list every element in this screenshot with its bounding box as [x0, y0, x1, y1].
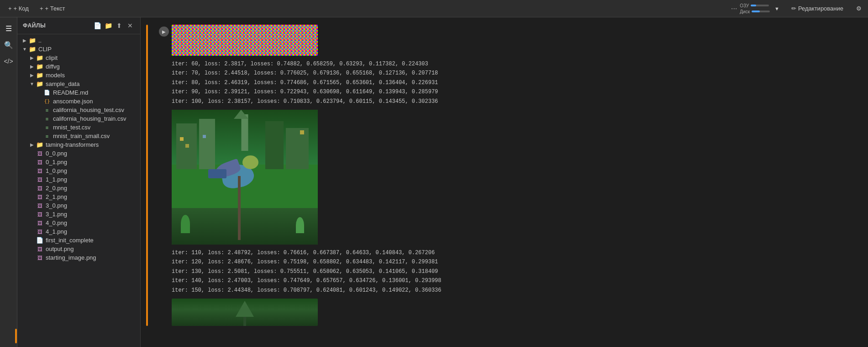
file-label-ca_housing_test: california_housing_test.csv	[53, 107, 140, 113]
tree-item-f_4_0[interactable]: 🖼 4_0.png	[17, 219, 140, 227]
tree-item-f_3_0[interactable]: 🖼 3_0.png	[17, 201, 140, 210]
tree-item-f_0_1[interactable]: 🖼 0_1.png	[17, 158, 140, 166]
tree-item-dotdot[interactable]: ▶ 📁 ..	[17, 36, 140, 45]
file-panel: Файлы 📄 📁 ⬆ ✕ ▶ 📁 .. ▼ 📁 CLI	[17, 17, 141, 347]
file-type-icon-mnist_train_small: ≡	[43, 133, 51, 139]
disk-bar	[752, 11, 770, 12]
toolbar-right: ··· ОЗУ Диск ▼ ✏ Редактирование	[731, 3, 864, 14]
resource-dropdown-button[interactable]: ▼	[773, 5, 781, 12]
file-label-CLIP: CLIP	[38, 46, 140, 53]
toolbar-left: + + Код + + Текст	[4, 3, 69, 14]
notebook-scroll[interactable]: ▶ iter: 60, loss: 2.3817, losses: 0.7488…	[141, 17, 868, 347]
notebook-area: ▶ iter: 60, loss: 2.3817, losses: 0.7488…	[141, 17, 868, 347]
ram-bar-fill	[751, 5, 756, 6]
search-sidebar-button[interactable]: 🔍	[1, 37, 16, 52]
add-text-button[interactable]: + + Текст	[35, 3, 70, 14]
tree-item-f_0_0[interactable]: 🖼 0_0.png	[17, 149, 140, 158]
tree-item-models[interactable]: ▶ 📁 models	[17, 71, 140, 80]
folder-arrow-sample_data[interactable]: ▼	[28, 81, 36, 86]
edit-button[interactable]: ✏ Редактирование	[787, 3, 848, 14]
tree-item-ca_housing_test[interactable]: ≡ california_housing_test.csv	[17, 106, 140, 114]
file-label-f_0_0: 0_0.png	[46, 150, 140, 157]
file-label-README_md: README.md	[53, 89, 140, 96]
tree-item-f_4_1[interactable]: 🖼 4_1.png	[17, 227, 140, 236]
folder-arrow-CLIP[interactable]: ▼	[21, 47, 28, 52]
file-type-icon-README_md: 📄	[43, 90, 51, 96]
file-type-icon-ca_housing_train: ≡	[43, 116, 51, 122]
file-label-clipit: clipit	[46, 54, 140, 61]
new-file-button[interactable]: 📄	[93, 21, 102, 30]
close-icon: ✕	[127, 22, 133, 29]
file-label-taming_transformers: taming-transformers	[46, 141, 140, 148]
tree-item-mnist_train_small[interactable]: ≡ mnist_train_small.csv	[17, 132, 140, 140]
file-label-f_4_0: 4_0.png	[46, 219, 140, 226]
cell-run-button[interactable]: ▶	[159, 27, 169, 37]
file-label-sample_data: sample_data	[46, 80, 140, 87]
file-panel-header: Файлы 📄 📁 ⬆ ✕	[17, 17, 140, 34]
folder-arrow-diffvg[interactable]: ▶	[28, 64, 36, 69]
tree-item-f_1_1[interactable]: 🖼 1_1.png	[17, 175, 140, 184]
file-tree: ▶ 📁 .. ▼ 📁 CLIP ▶ 📁 clipit ▶ 📁 diffvg ▶ …	[17, 34, 140, 347]
tree-item-CLIP[interactable]: ▼ 📁 CLIP	[17, 45, 140, 53]
tree-item-f_1_0[interactable]: 🖼 1_0.png	[17, 166, 140, 175]
bird-city-image	[172, 110, 318, 245]
file-type-icon-f_0_1: 🖼	[36, 160, 44, 165]
pencil-icon: ✏	[791, 5, 796, 12]
hamburger-icon: ☰	[5, 24, 12, 33]
file-type-icon-sample_data: 📁	[36, 80, 44, 87]
folder-arrow-taming_transformers[interactable]: ▶	[28, 142, 36, 147]
code-icon: </>	[4, 58, 13, 65]
top-pixel-image	[172, 25, 318, 56]
tree-item-anscombe_json[interactable]: {} anscombe.json	[17, 97, 140, 106]
tree-item-sample_data[interactable]: ▼ 📁 sample_data	[17, 80, 140, 88]
loss-text-bottom: iter: 110, loss: 2.48792, losses: 0.7661…	[172, 246, 442, 297]
resource-bars: ОЗУ Диск	[740, 3, 770, 14]
add-code-button[interactable]: + + Код	[4, 3, 33, 14]
add-text-label: + Текст	[45, 5, 65, 12]
edit-label: Редактирование	[798, 5, 843, 12]
file-type-icon-f_2_1: 🖼	[36, 194, 44, 200]
tree-item-taming_transformers[interactable]: ▶ 📁 taming-transformers	[17, 140, 140, 149]
output-cell-top-image: ▶ iter: 60, loss: 2.3817, losses: 0.7488…	[159, 25, 850, 326]
tree-item-ca_housing_train[interactable]: ≡ california_housing_train.csv	[17, 114, 140, 123]
ram-label: ОЗУ	[740, 3, 749, 8]
new-file-icon: 📄	[94, 22, 101, 29]
file-type-icon-clipit: 📁	[36, 54, 44, 61]
plus-icon: +	[8, 5, 12, 12]
file-type-icon-f_4_1: 🖼	[36, 229, 44, 235]
file-label-anscombe_json: anscombe.json	[53, 98, 140, 105]
file-type-icon-f_1_0: 🖼	[36, 168, 44, 174]
tree-item-mnist_test[interactable]: ≡ mnist_test.csv	[17, 123, 140, 132]
tree-item-f_3_1[interactable]: 🖼 3_1.png	[17, 210, 140, 219]
tree-item-README_md[interactable]: 📄 README.md	[17, 88, 140, 97]
main-content: ☰ 🔍 </> Файлы 📄 📁 ⬆	[0, 17, 868, 347]
file-label-models: models	[46, 72, 140, 79]
run-icon: ▶	[162, 29, 166, 34]
file-label-f_3_1: 3_1.png	[46, 211, 140, 218]
tree-item-diffvg[interactable]: ▶ 📁 diffvg	[17, 62, 140, 71]
hamburger-menu-button[interactable]: ☰	[1, 21, 16, 36]
file-label-mnist_test: mnist_test.csv	[53, 124, 140, 131]
new-folder-button[interactable]: 📁	[104, 21, 113, 30]
tree-item-starting_image[interactable]: 🖼 starting_image.png	[17, 253, 140, 262]
file-label-starting_image: starting_image.png	[46, 254, 140, 261]
file-label-output_png: output.png	[46, 246, 140, 252]
folder-arrow-clipit[interactable]: ▶	[28, 55, 36, 60]
tree-item-first_init_complete[interactable]: 📄 first_init_complete	[17, 236, 140, 245]
tree-item-output_png[interactable]: 🖼 output.png	[17, 245, 140, 253]
tree-item-f_2_0[interactable]: 🖼 2_0.png	[17, 184, 140, 192]
tree-item-clipit[interactable]: ▶ 📁 clipit	[17, 53, 140, 62]
close-panel-button[interactable]: ✕	[126, 21, 135, 30]
folder-arrow-dotdot[interactable]: ▶	[21, 38, 28, 43]
file-label-dotdot: ..	[38, 37, 140, 44]
folder-arrow-models[interactable]: ▶	[28, 73, 36, 78]
file-type-icon-f_4_0: 🖼	[36, 220, 44, 226]
file-type-icon-f_3_0: 🖼	[36, 203, 44, 208]
bottom-preview-image	[172, 299, 318, 326]
file-type-icon-f_3_1: 🖼	[36, 212, 44, 217]
toolbar-end-button[interactable]: ⚙	[853, 3, 864, 14]
file-label-f_1_1: 1_1.png	[46, 176, 140, 183]
upload-button[interactable]: ⬆	[115, 21, 124, 30]
code-view-button[interactable]: </>	[1, 54, 16, 69]
tree-item-f_2_1[interactable]: 🖼 2_1.png	[17, 192, 140, 201]
